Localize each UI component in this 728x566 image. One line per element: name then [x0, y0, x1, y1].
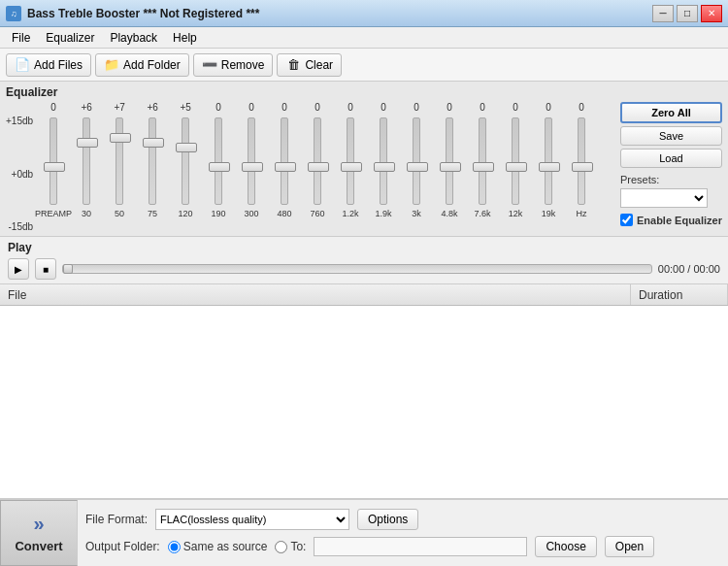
eq-sliders-area: +15db +0db -15db 0 PREAMP +6 30 +7 50 +6 [6, 102, 614, 232]
eq-freq-10: 1.9k [376, 209, 392, 218]
eq-slider-15[interactable] [545, 117, 552, 205]
eq-band-75: +6 75 [136, 102, 169, 218]
output-row: Output Folder: Same as source To: Choose… [85, 536, 720, 557]
file-list-header: File Duration [0, 284, 728, 306]
eq-band-300: 0 300 [235, 102, 268, 218]
eq-slider-1[interactable] [83, 117, 90, 205]
presets-select[interactable] [620, 188, 708, 208]
minimize-button[interactable]: ─ [652, 5, 674, 22]
eq-freq-1: 30 [82, 209, 91, 218]
eq-value-5: 0 [215, 102, 221, 116]
eq-slider-12[interactable] [446, 117, 453, 205]
menu-help[interactable]: Help [165, 29, 205, 47]
convert-button[interactable]: » Convert [0, 500, 78, 566]
eq-slider-7[interactable] [281, 117, 288, 205]
eq-slider-9[interactable] [347, 117, 354, 205]
window-controls: ─ □ ✕ [652, 5, 722, 22]
convert-panel: » Convert File Format: FLAC(lossless qua… [0, 499, 728, 566]
equalizer-label: Equalizer [6, 85, 722, 99]
custom-path-radio[interactable] [275, 541, 287, 553]
eq-thumb-16[interactable] [572, 162, 593, 172]
eq-thumb-3[interactable] [143, 138, 164, 148]
eq-freq-2: 50 [115, 209, 124, 218]
eq-thumb-14[interactable] [506, 162, 527, 172]
same-as-source-radio[interactable] [168, 541, 181, 553]
eq-thumb-13[interactable] [473, 162, 494, 172]
progress-thumb[interactable] [63, 264, 73, 274]
eq-scale-bot: -15db [9, 221, 34, 232]
add-files-icon: 📄 [15, 57, 30, 73]
close-button[interactable]: ✕ [701, 5, 722, 22]
eq-freq-13: 7.6k [475, 209, 491, 218]
format-row: File Format: FLAC(lossless quality)MP3AA… [85, 509, 720, 530]
eq-thumb-6[interactable] [242, 162, 263, 172]
eq-freq-6: 300 [245, 209, 259, 218]
eq-band-30: +6 30 [70, 102, 103, 218]
eq-slider-13[interactable] [479, 117, 486, 205]
enable-eq-checkbox[interactable] [620, 214, 633, 226]
eq-value-11: 0 [414, 102, 419, 116]
eq-value-16: 0 [579, 102, 584, 116]
eq-thumb-2[interactable] [110, 133, 131, 143]
eq-slider-6[interactable] [248, 117, 255, 205]
stop-button[interactable]: ■ [35, 258, 56, 280]
play-button[interactable]: ▶ [8, 258, 29, 280]
add-folder-button[interactable]: 📁 Add Folder [95, 53, 189, 77]
eq-slider-0[interactable] [50, 117, 57, 205]
format-select[interactable]: FLAC(lossless quality)MP3AACOGGWAVWMA [155, 509, 349, 530]
eq-value-3: +6 [147, 102, 157, 116]
time-display: 00:00 / 00:00 [658, 263, 720, 275]
file-list-body[interactable] [0, 306, 728, 498]
menu-playback[interactable]: Playback [102, 29, 165, 47]
save-button[interactable]: Save [620, 126, 722, 146]
open-button[interactable]: Open [605, 536, 654, 557]
options-button[interactable]: Options [357, 509, 418, 530]
eq-slider-3[interactable] [149, 117, 156, 205]
eq-thumb-5[interactable] [209, 162, 230, 172]
convert-arrows-icon: » [33, 513, 44, 535]
eq-slider-2[interactable] [116, 117, 123, 205]
eq-thumb-15[interactable] [539, 162, 560, 172]
bottom-right-panel: File Format: FLAC(lossless quality)MP3AA… [78, 503, 728, 563]
eq-slider-5[interactable] [215, 117, 222, 205]
maximize-button[interactable]: □ [677, 5, 698, 22]
output-path-input[interactable] [314, 537, 527, 556]
eq-slider-16[interactable] [578, 117, 585, 205]
eq-slider-4[interactable] [182, 117, 189, 205]
enable-eq-label: Enable Equalizer [637, 215, 722, 226]
choose-button[interactable]: Choose [535, 536, 596, 557]
eq-thumb-8[interactable] [308, 162, 329, 172]
column-header-file: File [0, 284, 631, 305]
menu-file[interactable]: File [4, 29, 38, 47]
eq-freq-9: 1.2k [343, 209, 359, 218]
load-button[interactable]: Load [620, 149, 722, 168]
progress-bar[interactable] [62, 264, 652, 274]
eq-freq-15: 19k [542, 209, 556, 218]
clear-button[interactable]: 🗑 Clear [277, 53, 342, 77]
file-list-section: File Duration [0, 284, 728, 499]
eq-slider-10[interactable] [380, 117, 387, 205]
eq-slider-14[interactable] [512, 117, 519, 205]
eq-thumb-9[interactable] [341, 162, 362, 172]
menu-equalizer[interactable]: Equalizer [38, 29, 102, 47]
eq-slider-8[interactable] [314, 117, 321, 205]
add-files-button[interactable]: 📄 Add Files [6, 53, 91, 77]
eq-freq-12: 4.8k [442, 209, 458, 218]
custom-path-option: To: [275, 540, 306, 553]
eq-thumb-7[interactable] [275, 162, 296, 172]
eq-thumb-1[interactable] [77, 138, 98, 148]
eq-thumb-0[interactable] [44, 162, 65, 172]
eq-thumb-11[interactable] [407, 162, 428, 172]
zero-all-button[interactable]: Zero All [620, 102, 722, 123]
eq-thumb-4[interactable] [176, 143, 197, 152]
eq-band-PREAMP: 0 PREAMP [37, 102, 70, 218]
eq-freq-0: PREAMP [35, 209, 72, 218]
eq-band-4.8k: 0 4.8k [433, 102, 466, 218]
main-content: Equalizer +15db +0db -15db 0 PREAMP +6 3… [0, 82, 728, 566]
eq-thumb-12[interactable] [440, 162, 461, 172]
eq-thumb-10[interactable] [374, 162, 395, 172]
remove-button[interactable]: ➖ Remove [193, 53, 274, 77]
format-label: File Format: [85, 513, 148, 526]
eq-slider-11[interactable] [413, 117, 420, 205]
eq-scale: +15db +0db -15db [6, 116, 33, 232]
